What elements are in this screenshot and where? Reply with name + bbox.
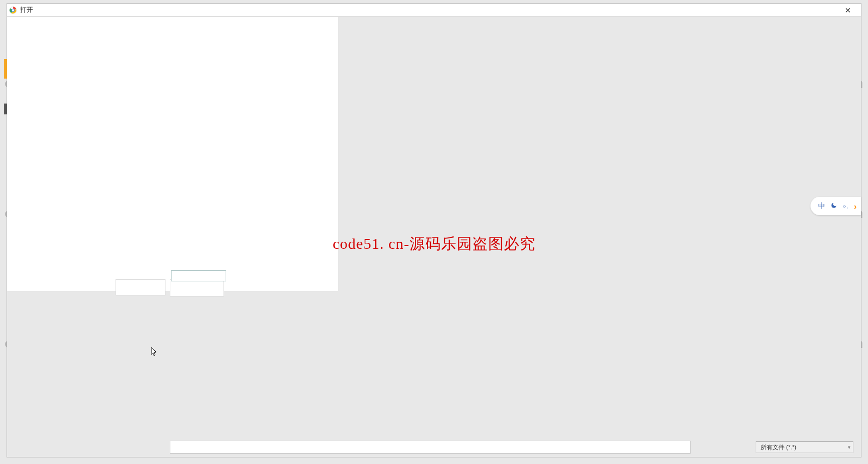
rename-input[interactable] — [171, 270, 226, 281]
filetype-label: 所有文件 (*.*) — [761, 443, 796, 452]
filetype-dropdown[interactable]: 所有文件 (*.*) ▾ — [756, 441, 853, 453]
ghost-button-2[interactable] — [170, 279, 224, 297]
chrome-icon — [9, 7, 17, 14]
ime-lang-char: 中 — [818, 201, 825, 211]
watermark-banner: code51. cn-源码乐园盗图必究 — [333, 234, 535, 254]
ghost-button-1[interactable] — [116, 279, 165, 295]
ime-punctuation-icon: ○, — [843, 203, 848, 209]
svg-point-2 — [12, 9, 14, 11]
close-icon: ✕ — [845, 6, 851, 15]
filename-input[interactable] — [170, 441, 691, 454]
titlebar: 打开 ✕ — [7, 4, 861, 17]
dialog-content: code51. cn-源码乐园盗图必究 中 ○, › — [7, 17, 861, 437]
dialog-title: 打开 — [20, 5, 33, 15]
close-button[interactable]: ✕ — [837, 4, 859, 16]
chevron-down-icon: ▾ — [848, 444, 851, 450]
open-file-dialog: 打开 ✕ code51. cn-源码乐园盗图必究 中 ○, › 所有文件 (*.… — [7, 3, 861, 457]
ime-indicator[interactable]: 中 ○, › — [810, 197, 861, 215]
dialog-footer: 所有文件 (*.*) ▾ — [7, 437, 861, 457]
chevron-right-icon: › — [854, 202, 857, 211]
file-list-pane[interactable] — [7, 17, 338, 291]
moon-icon — [831, 202, 837, 210]
